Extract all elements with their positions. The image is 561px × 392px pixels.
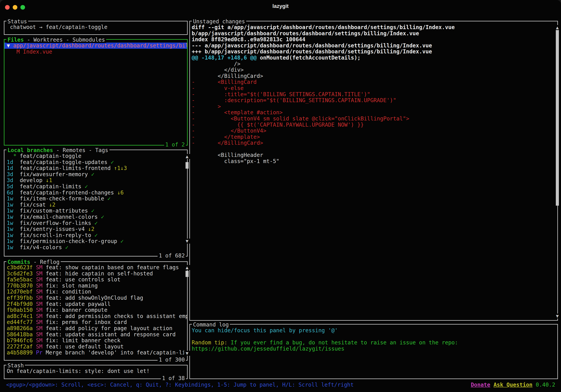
unstaged-changes-panel[interactable]: Unstaged changes diff --git a/app/javasc… bbox=[189, 21, 558, 321]
scrollbar-up-icon[interactable]: ▲ bbox=[554, 25, 561, 30]
commit-row[interactable]: ad8c74c1 SM feat: add permission checks … bbox=[4, 313, 187, 319]
diff-line[interactable]: - </BillingCard> bbox=[190, 140, 557, 146]
branch-row[interactable]: * feat/captain-toggle bbox=[4, 153, 187, 159]
commit-row[interactable]: a4b58899 Pr Merge branch 'develop' into … bbox=[4, 350, 187, 356]
command-log-panel[interactable]: Command log You can hide/focus this pane… bbox=[189, 324, 558, 379]
diff-line[interactable]: +++ b/app/javascript/dashboard/routes/da… bbox=[190, 49, 557, 55]
diff-line[interactable]: - <template #action> bbox=[190, 109, 557, 116]
stash-counter: 1 of 38 bbox=[161, 375, 186, 381]
commits-counter: 1 of 300 bbox=[158, 357, 186, 363]
diff-line[interactable]: - :description="$t('BILLING_SETTINGS.CAP… bbox=[190, 97, 557, 103]
log-line: You can hide/focus this panel by pressin… bbox=[190, 327, 557, 334]
helpbar-right: Donate Ask Question 0.40.2 bbox=[471, 381, 555, 388]
branch-row[interactable]: 1w fix/custom-attributes ✓ bbox=[4, 208, 187, 214]
scrollbar-up-icon[interactable]: ▲ bbox=[184, 265, 190, 270]
diff-line[interactable]: @@ -148,17 +148,6 @@ onMounted(fetchAcco… bbox=[190, 55, 557, 61]
commits-panel[interactable]: Commits - Reflog c3bd623f SM feat: show … bbox=[4, 261, 188, 360]
unstaged-changes-panel-title: Unstaged changes bbox=[192, 19, 246, 25]
branch-row[interactable]: 1d feat/captain-toggle-updates ✓ bbox=[4, 159, 187, 165]
scrollbar-thumb[interactable] bbox=[556, 30, 559, 206]
branches-panel-title[interactable]: Local branches - Remotes - Tags bbox=[6, 147, 109, 153]
files-counter: 1 of 2 bbox=[164, 142, 186, 148]
version-label: 0.40.2 bbox=[532, 381, 555, 388]
keybindings-help: <pgup>/<pgdown>: Scroll, <esc>: Cancel, … bbox=[6, 381, 354, 388]
branches-panel[interactable]: Local branches - Remotes - Tags * feat/c… bbox=[4, 150, 188, 257]
branch-row[interactable]: 3d fix/wavesurfer-memory ✓ bbox=[4, 171, 187, 177]
commit-row[interactable]: ed44fc77 SM fix: perms for inbox card bbox=[4, 319, 187, 325]
files-panel-title[interactable]: Files - Worktrees - Submodules bbox=[6, 37, 106, 43]
commit-row[interactable]: 2272f2af SM feat: use default layout bbox=[4, 344, 187, 350]
branch-row[interactable]: 6d feat/captain-frontend-changes ↓6 bbox=[4, 190, 187, 196]
diff-line[interactable]: - {{ $t('CAPTAIN.PAYWALL.UPGRADE_NOW') }… bbox=[190, 122, 557, 128]
commit-row[interactable]: 3c6d2fe3 SM feat: hide captain on self-h… bbox=[4, 271, 187, 277]
status-line[interactable]: chatwoot → feat/captain-toggle bbox=[4, 24, 187, 30]
diff-line[interactable]: </BillingCard> bbox=[190, 73, 557, 79]
commit-row[interactable]: eff39fbb SM feat: add showOnlyOnCloud fl… bbox=[4, 295, 187, 301]
files-panel[interactable]: Files - Worktrees - Submodules ▼ app/jav… bbox=[4, 39, 188, 145]
log-line bbox=[190, 334, 557, 340]
status-panel-title: Status bbox=[6, 19, 28, 25]
diff-line[interactable]: b/app/javascript/dashboard/routes/dashbo… bbox=[190, 31, 557, 37]
window-titlebar: lazygit bbox=[0, 0, 561, 12]
stash-panel-title[interactable]: Stash bbox=[6, 362, 25, 369]
diff-line[interactable]: index 8f829ed0c8..e9a982813c 100644 bbox=[190, 36, 557, 43]
log-line: https://github.com/jesseduffield/lazygit… bbox=[190, 346, 557, 352]
diff-line[interactable]: - <ButtonV4 sm solid slate @click="onCli… bbox=[190, 116, 557, 122]
status-panel[interactable]: Status chatwoot → feat/captain-toggle bbox=[4, 21, 188, 35]
branch-row[interactable]: 1w fix/item-check-form-bubble ✓ bbox=[4, 196, 187, 202]
branch-row[interactable]: 1w fix/csat ↓2 bbox=[4, 202, 187, 208]
diff-line[interactable]: /> bbox=[190, 61, 557, 67]
commit-row[interactable]: 2f4bf9d0 SM feat: update paywall bbox=[4, 301, 187, 307]
zoom-button[interactable] bbox=[21, 5, 25, 10]
diff-line[interactable]: class="px-1 mt-5" bbox=[190, 158, 557, 164]
scrollbar-down-icon[interactable]: ▼ bbox=[184, 351, 190, 356]
diff-line[interactable]: - </ButtonV4> bbox=[190, 128, 557, 134]
diff-line[interactable]: <BillingHeader bbox=[190, 152, 557, 158]
log-line: Random tip: If you ever find a bug, do n… bbox=[190, 340, 557, 346]
commit-row[interactable]: fa5e5bac SM feat: use controls slot bbox=[4, 277, 187, 283]
commit-row[interactable]: a898266a SM feat: add policy for page la… bbox=[4, 325, 187, 331]
commit-row[interactable]: fb0ab150 SM fix: banner compute bbox=[4, 307, 187, 313]
commit-row[interactable]: 586418ba SM feat: update assistant and r… bbox=[4, 331, 187, 338]
branch-row[interactable]: 1w fix/overflow-for-links ✓ bbox=[4, 220, 187, 226]
command-log-panel-title: Command log bbox=[192, 322, 230, 328]
stash-row[interactable]: On feat/captain-limits: style: dont use … bbox=[4, 368, 187, 374]
scrollbar-down-icon[interactable]: ▼ bbox=[554, 314, 561, 319]
branch-row[interactable]: 1w fix/email-channel-colors ✓ bbox=[4, 214, 187, 220]
file-row[interactable]: ▼ app/javascript/dashboard/routes/dashbo… bbox=[4, 43, 187, 49]
donate-link[interactable]: Donate bbox=[471, 381, 490, 388]
diff-line[interactable]: - > bbox=[190, 103, 557, 110]
branch-row[interactable]: 1w fix/sentry-issues-v4 ↓2 bbox=[4, 226, 187, 232]
diff-line[interactable]: --- a/app/javascript/dashboard/routes/da… bbox=[190, 43, 557, 49]
branch-row[interactable]: 5d feat/captain-limits ✓ bbox=[4, 184, 187, 190]
branch-row[interactable]: 1w fix/permission-check-for-group ✓ bbox=[4, 238, 187, 244]
branch-row[interactable]: 1w fix/v4-colors ✓ bbox=[4, 244, 187, 250]
branches-counter: 1 of 682 bbox=[158, 253, 186, 259]
window-title: lazygit bbox=[272, 3, 289, 9]
commit-row[interactable]: 770b3870 SM fix: slot naming bbox=[4, 283, 187, 289]
scrollbar-up-icon[interactable]: ▲ bbox=[184, 154, 190, 159]
diff-line[interactable]: - <BillingCard bbox=[190, 79, 557, 85]
branch-row[interactable]: 1w fix/scroll-in-reply-to ✓ bbox=[4, 232, 187, 238]
lazygit-window: lazygit Status chatwoot → feat/captain-t… bbox=[0, 0, 561, 392]
diff-line[interactable]: - :title="$t('BILLING_SETTINGS.CAPTAIN.T… bbox=[190, 91, 557, 98]
ask-question-link[interactable]: Ask Question bbox=[494, 381, 532, 388]
commit-row[interactable]: c3bd623f SM feat: show captain based on … bbox=[4, 264, 187, 271]
diff-line[interactable] bbox=[190, 146, 557, 152]
close-button[interactable] bbox=[5, 5, 10, 10]
diff-line[interactable]: </div> bbox=[190, 67, 557, 73]
scrollbar-thumb[interactable] bbox=[185, 271, 189, 277]
commits-panel-title[interactable]: Commits - Reflog bbox=[6, 259, 61, 265]
diff-line[interactable]: - v-else bbox=[190, 85, 557, 91]
scrollbar-down-icon[interactable]: ▼ bbox=[184, 239, 190, 244]
branch-row[interactable]: 1d feat/captain-limits-frontend ↑1↓3 bbox=[4, 165, 187, 171]
minimize-button[interactable] bbox=[13, 5, 17, 10]
commit-row[interactable]: b7946fc6 SM fix: limit banner check bbox=[4, 338, 187, 344]
commit-row[interactable]: 12d70ebf SM fix: condition bbox=[4, 289, 187, 295]
branch-row[interactable]: 3d develop ↓1 bbox=[4, 177, 187, 184]
stash-panel[interactable]: Stash On feat/captain-limits: style: don… bbox=[4, 365, 188, 379]
scrollbar-thumb[interactable] bbox=[185, 162, 189, 169]
file-row[interactable]: M Index.vue bbox=[4, 49, 187, 55]
diff-line[interactable]: - </template> bbox=[190, 134, 557, 140]
diff-line[interactable]: diff --git a/app/javascript/dashboard/ro… bbox=[190, 24, 557, 31]
